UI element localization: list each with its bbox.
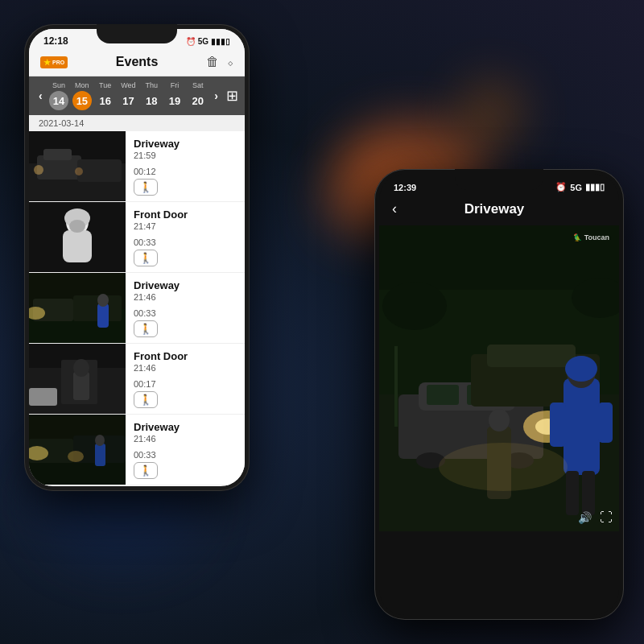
svg-rect-24	[29, 388, 57, 406]
video-controls: 🔊 ⛶	[572, 504, 619, 531]
event-time-4: 21:46	[134, 363, 237, 373]
fullscreen-button[interactable]: ⛶	[600, 510, 613, 525]
motion-icon-5: 🚶	[139, 464, 152, 477]
star-icon: ★	[43, 58, 51, 67]
event-time-2: 21:47	[134, 221, 237, 231]
svg-point-56	[489, 409, 510, 431]
svg-rect-29	[95, 444, 105, 466]
svg-rect-52	[598, 402, 613, 443]
status-icons-left: ⏰ 5G ▮▮▮▯	[186, 37, 230, 46]
filter-icon[interactable]: ⬦	[227, 56, 233, 68]
cal-prev[interactable]: ‹	[35, 88, 46, 104]
event-info-4: Front Door 21:46 00:17 🚶	[126, 344, 245, 414]
events-header: ★ PRO Events 🗑 ⬦	[29, 50, 245, 76]
cal-day-thu[interactable]: Thu 18	[142, 81, 161, 110]
event-time-1: 21:59	[134, 151, 237, 160]
svg-rect-16	[97, 303, 109, 328]
event-item-4[interactable]: Front Door 21:46 00:17 🚶	[29, 344, 245, 415]
event-item-2[interactable]: Front Door 21:47 00:33 🚶	[29, 202, 245, 273]
video-frame: 🦜 Toucan 🔊 ⛶	[379, 225, 619, 531]
cal-day-wed[interactable]: Wed 17	[118, 81, 138, 110]
event-item-1[interactable]: Driveway 21:59 00:12 🚶	[29, 131, 245, 202]
cal-num-6: 20	[188, 91, 208, 110]
right-header: ‹ Driveway	[379, 196, 619, 225]
motion-badge-1: 🚶	[134, 179, 158, 196]
svg-point-6	[75, 167, 83, 175]
cal-name-3: Wed	[121, 81, 135, 89]
event-duration-1: 00:12	[134, 167, 237, 176]
event-list: Driveway 21:59 00:12 🚶	[29, 131, 245, 485]
event-info-5: Driveway 21:46 00:33 🚶	[126, 415, 245, 485]
svg-point-57	[439, 443, 568, 491]
cal-day-mon[interactable]: Mon 15	[72, 81, 92, 110]
event-location-3: Driveway	[134, 279, 237, 291]
time-right: 12:39	[394, 183, 416, 192]
svg-rect-3	[43, 149, 72, 160]
cal-day-sun[interactable]: Sun 14	[49, 81, 68, 110]
event-item-5[interactable]: Driveway 21:46 00:33 🚶	[29, 415, 245, 485]
motion-icon-4: 🚶	[139, 394, 152, 406]
cal-name-2: Tue	[99, 81, 111, 89]
cal-name-5: Fri	[171, 81, 180, 89]
event-thumb-5	[29, 415, 126, 485]
cal-num-5: 19	[165, 91, 184, 110]
calendar-strip: ‹ Sun 14 Mon 15 Tue 16 Wed 17	[29, 76, 245, 115]
event-info-1: Driveway 21:59 00:12 🚶	[126, 131, 245, 201]
event-info-3: Driveway 21:46 00:33 🚶	[126, 273, 245, 343]
cal-day-tue[interactable]: Tue 16	[96, 81, 115, 110]
svg-point-5	[34, 165, 43, 175]
cal-next[interactable]: ›	[211, 88, 221, 104]
calendar-grid-icon[interactable]: ⊞	[226, 87, 238, 105]
svg-rect-48	[564, 378, 600, 475]
motion-badge-4: 🚶	[134, 391, 158, 408]
svg-rect-59	[394, 346, 398, 427]
event-thumb-1	[29, 131, 126, 202]
svg-rect-47	[487, 345, 576, 367]
svg-point-17	[97, 294, 109, 307]
cal-num-0: 14	[49, 91, 68, 110]
toucan-watermark: 🦜 Toucan	[573, 233, 609, 242]
cal-day-fri[interactable]: Fri 19	[165, 81, 184, 110]
delete-icon[interactable]: 🗑	[206, 55, 219, 69]
video-title: Driveway	[397, 201, 592, 217]
cal-num-4: 18	[142, 91, 161, 110]
time-left: 12:18	[43, 35, 68, 47]
event-duration-2: 00:33	[134, 237, 237, 247]
svg-rect-51	[550, 402, 566, 447]
cal-name-1: Mon	[75, 81, 89, 89]
video-container[interactable]: 🦜 Toucan 🔊 ⛶	[379, 225, 619, 531]
status-icons-right: ⏰ 5G ▮▮▮▯	[555, 182, 605, 192]
svg-point-30	[95, 435, 105, 446]
event-time-3: 21:46	[134, 292, 237, 302]
cal-num-2: 16	[96, 91, 115, 110]
event-thumb-3	[29, 273, 126, 344]
svg-point-50	[565, 356, 597, 382]
event-item-3[interactable]: Driveway 21:46 00:33 🚶	[29, 273, 245, 344]
events-title: Events	[116, 55, 158, 69]
battery-right: ▮▮▮▯	[585, 182, 605, 192]
svg-point-23	[73, 359, 89, 377]
motion-badge-3: 🚶	[134, 320, 158, 337]
event-duration-5: 00:33	[134, 450, 237, 460]
motion-badge-2: 🚶	[134, 250, 158, 266]
signal-right: 5G	[570, 183, 582, 192]
phone-left: 12:18 ⏰ 5G ▮▮▮▯ ★ PRO Events 🗑 ⬦ ‹	[24, 24, 250, 491]
svg-rect-11	[69, 220, 85, 233]
event-location-5: Driveway	[134, 421, 237, 433]
alarm-icon: ⏰	[186, 37, 196, 46]
alarm-icon-right: ⏰	[555, 182, 567, 192]
event-location-4: Front Door	[134, 350, 237, 362]
toucan-icon: 🦜	[573, 233, 582, 242]
motion-icon-3: 🚶	[139, 323, 152, 335]
event-time-5: 21:46	[134, 434, 237, 444]
notch-right	[455, 169, 543, 190]
screen-left: 12:18 ⏰ 5G ▮▮▮▯ ★ PRO Events 🗑 ⬦ ‹	[29, 29, 245, 486]
date-label: 2021-03-14	[29, 115, 245, 131]
cal-num-1: 15	[72, 91, 92, 110]
signal-left: 5G	[198, 37, 208, 46]
cal-name-0: Sun	[52, 81, 65, 89]
sound-button[interactable]: 🔊	[578, 511, 592, 524]
cal-day-sat[interactable]: Sat 20	[188, 81, 208, 110]
pro-label: PRO	[52, 60, 64, 65]
toucan-text: Toucan	[584, 233, 609, 242]
